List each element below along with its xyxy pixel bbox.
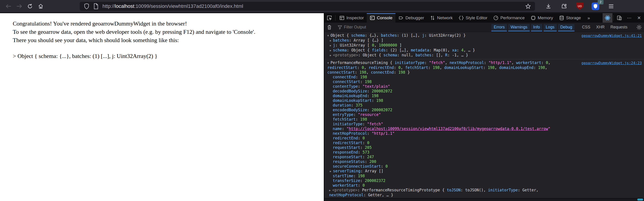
console-token: : bbox=[362, 140, 367, 145]
console-token: 200002072 bbox=[372, 108, 392, 112]
console-token: transferSize bbox=[333, 178, 360, 183]
downloads-button[interactable] bbox=[543, 2, 554, 11]
console-token: 247 bbox=[367, 155, 374, 159]
filter-warnings-button[interactable]: Warnings bbox=[508, 24, 530, 30]
console-token: , bbox=[366, 70, 371, 74]
back-button[interactable] bbox=[3, 2, 14, 11]
pick-element-button[interactable] bbox=[324, 13, 334, 22]
console-token: 200002372 bbox=[365, 178, 385, 183]
console-settings-gear-icon[interactable] bbox=[634, 24, 644, 30]
console-token: 0 bbox=[367, 140, 370, 145]
console-token: 198 bbox=[360, 75, 367, 79]
console-token: responseStart bbox=[333, 155, 362, 159]
tab-style-editor[interactable]: Style Editor bbox=[456, 13, 490, 22]
responsive-design-mode-button[interactable] bbox=[614, 13, 624, 22]
console-token: serverTiming bbox=[333, 169, 360, 173]
console-token: : bbox=[365, 159, 369, 164]
filter-errors-button[interactable]: Errors bbox=[492, 24, 507, 30]
devtools-options-button[interactable]: ⋯ bbox=[624, 13, 634, 22]
console-token: , … } bbox=[464, 48, 475, 52]
console-property-row: contentType: "text/plain" bbox=[327, 84, 642, 89]
console-token: entryType bbox=[333, 112, 353, 117]
console-token: : bbox=[362, 155, 367, 159]
console-token: : Object { bbox=[346, 48, 372, 52]
expand-arrow-icon[interactable]: ▶ bbox=[329, 188, 332, 193]
extension-panel-atom-icon[interactable] bbox=[602, 13, 612, 22]
tab-console[interactable]: Console bbox=[367, 13, 396, 22]
console-token: : bbox=[367, 94, 372, 98]
filter-logs-button[interactable]: Logs bbox=[544, 24, 557, 30]
filter-info-button[interactable]: Info bbox=[531, 24, 542, 30]
tab-label: Console bbox=[377, 16, 392, 20]
console-token: : bbox=[353, 174, 358, 178]
tab-label: Debugger bbox=[406, 16, 424, 20]
console-token: 198 bbox=[376, 98, 383, 103]
console-token: domainLookupStart bbox=[333, 98, 372, 103]
reload-icon bbox=[27, 4, 33, 9]
console-input-row[interactable] bbox=[324, 198, 644, 201]
forward-button[interactable] bbox=[14, 2, 24, 11]
console-token: : bbox=[358, 150, 362, 154]
console-token: : Map(0), bbox=[429, 48, 452, 52]
tab-network[interactable]: Network bbox=[427, 13, 456, 22]
console-token: "resource" bbox=[358, 112, 381, 117]
menu-button[interactable] bbox=[606, 2, 616, 11]
console-token: , bbox=[545, 65, 547, 70]
console-token: 198 bbox=[372, 94, 378, 98]
console-property-row: initiatorType: "fetch" bbox=[327, 122, 642, 126]
console-token: redirectEnd bbox=[368, 65, 394, 70]
tab-performance[interactable]: Performance bbox=[490, 13, 528, 22]
tab-memory[interactable]: Memory bbox=[528, 13, 556, 22]
collapse-arrow-icon[interactable]: ▼ bbox=[327, 33, 330, 38]
console-token: : bbox=[356, 117, 360, 122]
console-token: responseEnd bbox=[333, 150, 358, 154]
filter-css-button[interactable]: CSS bbox=[580, 24, 592, 30]
filter-output-input[interactable]: Filter Output bbox=[338, 25, 366, 30]
source-location-link[interactable]: geoarrowDummyWidget.js:24:23 bbox=[581, 61, 642, 65]
resource-url-link[interactable]: http://localhost:10099/session/viewhtml1… bbox=[349, 126, 548, 131]
expand-arrow-icon[interactable]: ▶ bbox=[330, 38, 333, 43]
filter-requests-button[interactable]: Requests bbox=[608, 24, 630, 30]
console-token: "fetch" bbox=[429, 60, 445, 65]
ublock-extension-button[interactable]: UO bbox=[574, 2, 585, 11]
console-token: R bbox=[445, 53, 448, 57]
console-token: : Getter, … } bbox=[364, 193, 394, 197]
clear-console-button[interactable] bbox=[324, 24, 334, 30]
bookmark-star-icon[interactable] bbox=[524, 2, 533, 10]
console-token: schema bbox=[333, 48, 346, 52]
close-devtools-button[interactable]: ✕ bbox=[634, 13, 644, 22]
tab-inspector[interactable]: Inspector bbox=[336, 13, 367, 22]
extensions-button[interactable] bbox=[559, 2, 570, 11]
filter-debug-button[interactable]: Debug bbox=[558, 24, 574, 30]
filter-xhr-button[interactable]: XHR bbox=[594, 24, 607, 30]
tab-label: Performance bbox=[500, 16, 525, 20]
scrollbar-thumb[interactable] bbox=[637, 198, 643, 200]
expand-arrow-icon[interactable]: ▶ bbox=[330, 43, 333, 48]
reload-button[interactable] bbox=[24, 2, 35, 11]
expand-arrow-icon[interactable]: ▶ bbox=[330, 169, 333, 174]
console-token: : bbox=[342, 126, 346, 131]
console-property-row: nextHopProtocol: "http/1.1" bbox=[327, 131, 642, 136]
password-extension-button[interactable]: 2 bbox=[590, 2, 601, 11]
console-token: ] bbox=[397, 43, 402, 48]
tracking-shield-icon[interactable] bbox=[82, 2, 91, 10]
console-token: workerStart bbox=[516, 60, 541, 65]
collapse-arrow-icon[interactable]: ▼ bbox=[327, 61, 330, 65]
console-token: : bbox=[351, 103, 356, 108]
url-text: http://localhost:10099/session/viewhtml1… bbox=[102, 3, 524, 9]
home-button[interactable] bbox=[35, 2, 46, 11]
source-location-link[interactable]: geoarrowDummyWidget.js:41:21 bbox=[581, 33, 642, 38]
more-tabs-button[interactable]: » bbox=[584, 13, 594, 22]
storage-icon bbox=[559, 16, 564, 20]
console-token: : (2) […], bbox=[386, 48, 411, 52]
url-bar[interactable]: http://localhost:10099/session/viewhtml1… bbox=[80, 2, 535, 11]
console-token: : PerformanceResourceTimingPrototype { bbox=[358, 188, 447, 192]
tab-debugger[interactable]: Debugger bbox=[396, 13, 427, 22]
console-token: domainLookupStart bbox=[444, 65, 483, 70]
site-info-page-icon[interactable] bbox=[91, 2, 101, 10]
expand-arrow-icon[interactable]: ▶ bbox=[330, 48, 333, 53]
expand-arrow-icon[interactable]: ▶ bbox=[330, 53, 333, 58]
console-token: 0 bbox=[385, 164, 388, 168]
console-token: : Object { bbox=[358, 53, 384, 57]
tab-storage[interactable]: Storage bbox=[556, 13, 584, 22]
